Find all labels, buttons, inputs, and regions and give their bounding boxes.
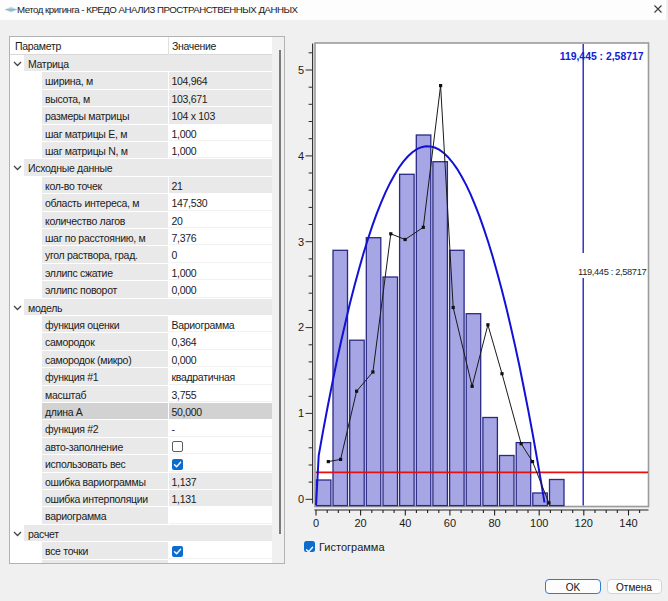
svg-text:0: 0: [313, 517, 319, 529]
svg-text:1: 1: [298, 407, 304, 419]
svg-text:119,445 : 2,58717: 119,445 : 2,58717: [578, 267, 647, 277]
svg-text:3: 3: [298, 236, 304, 248]
svg-text:120: 120: [575, 517, 593, 529]
svg-text:4: 4: [298, 150, 304, 162]
svg-text:60: 60: [444, 517, 456, 529]
svg-text:40: 40: [399, 517, 411, 529]
svg-text:2: 2: [298, 321, 304, 333]
svg-text:140: 140: [619, 517, 637, 529]
svg-text:0: 0: [298, 493, 304, 505]
svg-text:5: 5: [298, 64, 304, 76]
svg-text:100: 100: [530, 517, 548, 529]
svg-text:119,445 : 2,58717: 119,445 : 2,58717: [560, 51, 644, 62]
svg-text:20: 20: [354, 517, 366, 529]
svg-text:80: 80: [488, 517, 500, 529]
